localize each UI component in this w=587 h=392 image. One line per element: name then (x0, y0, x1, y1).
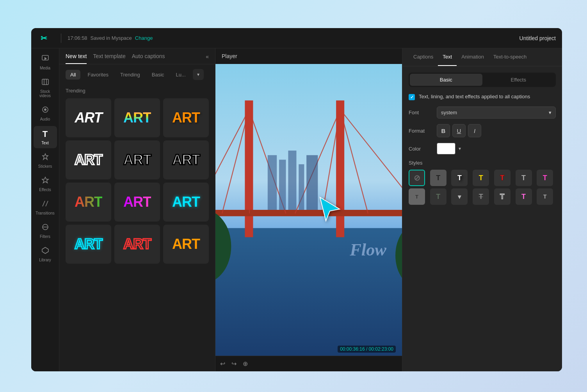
stickers-icon (41, 153, 49, 163)
sidebar-label-library: Library (39, 258, 51, 262)
sidebar-label-media: Media (40, 66, 50, 70)
tab-new-text[interactable]: New text (66, 53, 87, 64)
redo-button[interactable]: ↪ (231, 360, 237, 367)
right-tab-text[interactable]: Text (438, 48, 457, 66)
toggle-effects-button[interactable]: Effects (482, 74, 555, 86)
italic-button[interactable]: I (468, 124, 481, 137)
tab-text-template[interactable]: Text template (93, 53, 125, 64)
format-label: Format (409, 128, 432, 134)
sidebar-item-filters[interactable]: Filters (34, 220, 57, 242)
style-10[interactable]: T (473, 188, 489, 205)
style-7[interactable]: T (409, 188, 425, 205)
timeline-icons: ↩ ↪ ⊕ (220, 360, 248, 367)
style-5[interactable]: T (516, 170, 532, 186)
bridge-svg: Flow (215, 64, 402, 356)
style-2[interactable]: T (451, 170, 468, 186)
svg-marker-32 (320, 197, 340, 221)
art-card-4[interactable]: ART (66, 140, 111, 179)
sidebar-item-stock-videos[interactable]: Stock videos (34, 75, 57, 101)
app-window: ✂ 17:06:58 Saved in Myspace Change Untit… (31, 28, 562, 371)
art-card-9[interactable]: ART (163, 183, 209, 222)
style-6[interactable]: T (537, 170, 553, 186)
filter-basic[interactable]: Basic (147, 70, 169, 80)
art-card-12[interactable]: ART (163, 225, 209, 264)
sidebar-item-effects[interactable]: Effects (34, 173, 57, 195)
style-3[interactable]: T (473, 170, 489, 186)
tab-auto-captions[interactable]: Auto captions (132, 53, 165, 64)
right-tab-captions[interactable]: Captions (409, 48, 438, 66)
art-card-5[interactable]: ART (114, 140, 160, 179)
svg-rect-24 (268, 155, 277, 210)
art-card-11[interactable]: ART (114, 225, 160, 264)
sidebar-label-text: Text (41, 141, 48, 145)
player-canvas: Flow 00:00:36:16 / 00:02:23:00 (215, 64, 402, 356)
filter-all[interactable]: All (66, 70, 80, 80)
right-tab-text-to-speech[interactable]: Text-to-speech (489, 48, 531, 66)
bridge-background: Flow (215, 64, 402, 356)
toggle-basic-button[interactable]: Basic (410, 74, 482, 86)
right-tab-animation[interactable]: Animation (457, 48, 489, 66)
timeline-bar: ↩ ↪ ⊕ (215, 356, 402, 371)
art-text-1: ART (75, 110, 102, 126)
style-none[interactable]: ⊘ (409, 170, 425, 186)
filter-favorites[interactable]: Favorites (83, 70, 113, 80)
art-text-6: ART (172, 152, 200, 168)
filter-dropdown-button[interactable]: ▾ (193, 69, 204, 80)
add-button[interactable]: ⊕ (243, 360, 248, 367)
styles-grid: ⊘ T T T T T T T T ▾ T T T T (409, 170, 556, 205)
stock-videos-icon (41, 78, 49, 88)
project-title: Untitled project (519, 35, 556, 41)
player-time: 00:00:36:16 / 00:02:23:00 (338, 346, 396, 353)
player-header: Player (215, 48, 402, 64)
style-9[interactable]: ▾ (451, 188, 468, 205)
font-value: system (441, 110, 457, 115)
filter-trending[interactable]: Trending (116, 70, 145, 80)
art-card-6[interactable]: ART (163, 140, 209, 179)
art-text-10: ART (75, 236, 102, 252)
style-11[interactable]: T (494, 188, 511, 205)
sidebar-label-filters: Filters (40, 234, 50, 239)
collapse-panel-button[interactable]: « (206, 53, 209, 64)
art-card-3[interactable]: ART (163, 98, 209, 137)
sidebar-item-text[interactable]: T Text (34, 126, 57, 148)
apply-all-captions-checkbox[interactable] (409, 94, 415, 100)
underline-button[interactable]: U (452, 124, 466, 137)
sidebar-item-transitions[interactable]: Transitions (34, 197, 57, 218)
sidebar-item-media[interactable]: Media (34, 51, 57, 73)
svg-marker-1 (44, 57, 47, 60)
bold-button[interactable]: B (437, 124, 450, 137)
sidebar-item-audio[interactable]: Audio (34, 103, 57, 124)
sidebar-item-stickers[interactable]: Stickers (34, 150, 57, 172)
style-8[interactable]: T (430, 188, 446, 205)
svg-marker-7 (42, 177, 48, 183)
change-link[interactable]: Change (135, 35, 153, 41)
style-13[interactable]: T (537, 188, 553, 205)
art-card-7[interactable]: ART (66, 183, 111, 222)
font-select[interactable]: system ▾ (437, 106, 556, 119)
filter-lu[interactable]: Lu... (171, 70, 190, 80)
style-1[interactable]: T (430, 170, 446, 186)
art-card-2[interactable]: ART (114, 98, 160, 137)
sidebar-item-library[interactable]: Library (34, 243, 57, 265)
font-label: Font (409, 110, 432, 115)
sidebar-label-stock-videos: Stock videos (35, 89, 55, 98)
top-bar-info: 17:06:58 Saved in Myspace Change (68, 35, 153, 41)
art-card-10[interactable]: ART (66, 225, 111, 264)
font-dropdown-icon: ▾ (549, 110, 551, 115)
svg-marker-10 (42, 247, 48, 254)
art-text-2: ART (123, 110, 151, 126)
format-buttons: B U I (437, 124, 481, 137)
color-swatch[interactable] (437, 143, 455, 154)
undo-button[interactable]: ↩ (220, 360, 225, 367)
color-dropdown-icon[interactable]: ▾ (459, 146, 461, 151)
svg-rect-25 (279, 160, 286, 210)
right-panel-content: Basic Effects Text, lining, and text eff… (402, 66, 562, 371)
filters-icon (41, 223, 49, 233)
style-4[interactable]: T (494, 170, 511, 186)
sidebar-label-stickers: Stickers (38, 164, 52, 169)
art-card-1[interactable]: ART (66, 98, 111, 137)
effects-icon (41, 176, 49, 186)
art-card-8[interactable]: ART (114, 183, 160, 222)
apply-all-captions-label: Text, lining, and text effects applied t… (419, 93, 530, 100)
style-12[interactable]: T (516, 188, 532, 205)
